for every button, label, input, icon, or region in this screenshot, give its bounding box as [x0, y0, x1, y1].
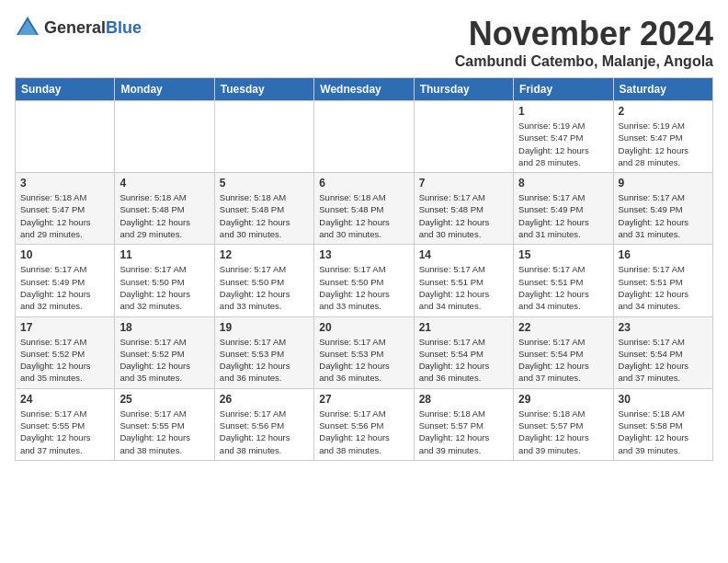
logo-text: GeneralBlue: [44, 18, 142, 38]
day-info: Sunrise: 5:17 AM Sunset: 5:53 PM Dayligh…: [220, 336, 309, 385]
weekday-header: Thursday: [414, 78, 513, 101]
day-info: Sunrise: 5:18 AM Sunset: 5:57 PM Dayligh…: [419, 408, 508, 456]
day-info: Sunrise: 5:17 AM Sunset: 5:51 PM Dayligh…: [619, 263, 708, 312]
day-number: 18: [119, 321, 209, 334]
calendar-cell: 5Sunrise: 5:18 AM Sunset: 5:48 PM Daylig…: [214, 173, 313, 245]
day-info: Sunrise: 5:17 AM Sunset: 5:52 PM Dayligh…: [119, 336, 209, 385]
logo-general: General: [44, 18, 106, 37]
logo-blue: Blue: [106, 18, 142, 37]
day-info: Sunrise: 5:17 AM Sunset: 5:51 PM Dayligh…: [518, 263, 608, 312]
weekday-header: Tuesday: [214, 78, 313, 101]
day-info: Sunrise: 5:17 AM Sunset: 5:50 PM Dayligh…: [319, 263, 408, 312]
day-info: Sunrise: 5:18 AM Sunset: 5:48 PM Dayligh…: [119, 191, 209, 240]
day-info: Sunrise: 5:17 AM Sunset: 5:49 PM Dayligh…: [518, 191, 608, 240]
location-subtitle: Cambundi Catembo, Malanje, Angola: [455, 53, 713, 70]
calendar-cell: 7Sunrise: 5:17 AM Sunset: 5:48 PM Daylig…: [414, 173, 513, 245]
day-number: 16: [619, 248, 708, 261]
day-number: 23: [619, 321, 708, 334]
calendar-cell: 13Sunrise: 5:17 AM Sunset: 5:50 PM Dayli…: [314, 245, 414, 316]
day-info: Sunrise: 5:17 AM Sunset: 5:55 PM Dayligh…: [20, 408, 109, 456]
day-info: Sunrise: 5:19 AM Sunset: 5:47 PM Dayligh…: [619, 120, 708, 168]
calendar-week-row: 1Sunrise: 5:19 AM Sunset: 5:47 PM Daylig…: [16, 101, 713, 173]
calendar-cell: 29Sunrise: 5:18 AM Sunset: 5:57 PM Dayli…: [514, 388, 613, 460]
day-number: 30: [619, 393, 708, 406]
weekday-header: Sunday: [16, 78, 115, 101]
calendar-cell: 23Sunrise: 5:17 AM Sunset: 5:54 PM Dayli…: [613, 316, 712, 388]
day-number: 19: [220, 321, 309, 334]
calendar-week-row: 3Sunrise: 5:18 AM Sunset: 5:47 PM Daylig…: [16, 173, 713, 245]
calendar-cell: 11Sunrise: 5:17 AM Sunset: 5:50 PM Dayli…: [115, 245, 214, 316]
day-info: Sunrise: 5:17 AM Sunset: 5:54 PM Dayligh…: [518, 336, 608, 385]
day-info: Sunrise: 5:17 AM Sunset: 5:49 PM Dayligh…: [619, 191, 708, 240]
day-number: 5: [220, 177, 309, 190]
calendar-cell: 28Sunrise: 5:18 AM Sunset: 5:57 PM Dayli…: [414, 388, 513, 460]
day-info: Sunrise: 5:17 AM Sunset: 5:51 PM Dayligh…: [419, 263, 508, 312]
day-info: Sunrise: 5:17 AM Sunset: 5:50 PM Dayligh…: [220, 263, 309, 312]
day-number: 17: [20, 321, 109, 334]
day-number: 14: [419, 248, 508, 261]
calendar-header-row: SundayMondayTuesdayWednesdayThursdayFrid…: [16, 78, 713, 101]
weekday-header: Wednesday: [314, 78, 414, 101]
calendar-cell: 27Sunrise: 5:17 AM Sunset: 5:56 PM Dayli…: [314, 388, 414, 460]
month-title: November 2024: [455, 15, 713, 53]
calendar-week-row: 24Sunrise: 5:17 AM Sunset: 5:55 PM Dayli…: [16, 388, 713, 460]
day-number: 28: [419, 393, 508, 406]
day-info: Sunrise: 5:18 AM Sunset: 5:47 PM Dayligh…: [20, 191, 109, 240]
weekday-header: Saturday: [613, 78, 712, 101]
calendar-cell: 14Sunrise: 5:17 AM Sunset: 5:51 PM Dayli…: [414, 245, 513, 316]
day-info: Sunrise: 5:17 AM Sunset: 5:56 PM Dayligh…: [220, 408, 309, 456]
calendar-cell: 24Sunrise: 5:17 AM Sunset: 5:55 PM Dayli…: [16, 388, 115, 460]
day-info: Sunrise: 5:17 AM Sunset: 5:50 PM Dayligh…: [119, 263, 209, 312]
calendar-cell: 25Sunrise: 5:17 AM Sunset: 5:55 PM Dayli…: [115, 388, 214, 460]
calendar-cell: 3Sunrise: 5:18 AM Sunset: 5:47 PM Daylig…: [16, 173, 115, 245]
day-info: Sunrise: 5:17 AM Sunset: 5:52 PM Dayligh…: [20, 336, 109, 385]
calendar-cell: 16Sunrise: 5:17 AM Sunset: 5:51 PM Dayli…: [613, 245, 712, 316]
page-header: GeneralBlue November 2024 Cambundi Catem…: [15, 15, 713, 70]
calendar-cell: 4Sunrise: 5:18 AM Sunset: 5:48 PM Daylig…: [115, 173, 214, 245]
day-number: 24: [20, 393, 109, 406]
day-number: 7: [419, 177, 508, 190]
day-number: 21: [419, 321, 508, 334]
day-number: 11: [119, 248, 209, 261]
day-info: Sunrise: 5:17 AM Sunset: 5:53 PM Dayligh…: [319, 336, 408, 385]
calendar-cell: 26Sunrise: 5:17 AM Sunset: 5:56 PM Dayli…: [214, 388, 313, 460]
day-number: 2: [619, 105, 708, 118]
day-number: 3: [20, 177, 109, 190]
calendar-cell: 2Sunrise: 5:19 AM Sunset: 5:47 PM Daylig…: [613, 101, 712, 173]
day-info: Sunrise: 5:17 AM Sunset: 5:54 PM Dayligh…: [619, 336, 708, 385]
day-number: 6: [319, 177, 408, 190]
day-info: Sunrise: 5:17 AM Sunset: 5:54 PM Dayligh…: [419, 336, 508, 385]
calendar-cell: [16, 101, 115, 173]
calendar-cell: [115, 101, 214, 173]
day-number: 15: [518, 248, 608, 261]
calendar-week-row: 10Sunrise: 5:17 AM Sunset: 5:49 PM Dayli…: [16, 245, 713, 316]
day-info: Sunrise: 5:17 AM Sunset: 5:55 PM Dayligh…: [119, 408, 209, 456]
day-number: 29: [518, 393, 608, 406]
day-info: Sunrise: 5:17 AM Sunset: 5:49 PM Dayligh…: [20, 263, 109, 312]
calendar-cell: 10Sunrise: 5:17 AM Sunset: 5:49 PM Dayli…: [16, 245, 115, 316]
day-info: Sunrise: 5:19 AM Sunset: 5:47 PM Dayligh…: [518, 120, 608, 168]
calendar-cell: 22Sunrise: 5:17 AM Sunset: 5:54 PM Dayli…: [514, 316, 613, 388]
day-number: 8: [518, 177, 608, 190]
calendar-cell: 17Sunrise: 5:17 AM Sunset: 5:52 PM Dayli…: [16, 316, 115, 388]
calendar-cell: 15Sunrise: 5:17 AM Sunset: 5:51 PM Dayli…: [514, 245, 613, 316]
weekday-header: Monday: [115, 78, 214, 101]
day-number: 10: [20, 248, 109, 261]
calendar-cell: 30Sunrise: 5:18 AM Sunset: 5:58 PM Dayli…: [613, 388, 712, 460]
calendar-cell: 19Sunrise: 5:17 AM Sunset: 5:53 PM Dayli…: [214, 316, 313, 388]
day-number: 9: [619, 177, 708, 190]
day-number: 12: [220, 248, 309, 261]
calendar-cell: [414, 101, 513, 173]
day-number: 27: [319, 393, 408, 406]
day-number: 20: [319, 321, 408, 334]
calendar-cell: 12Sunrise: 5:17 AM Sunset: 5:50 PM Dayli…: [214, 245, 313, 316]
calendar-cell: 21Sunrise: 5:17 AM Sunset: 5:54 PM Dayli…: [414, 316, 513, 388]
day-info: Sunrise: 5:17 AM Sunset: 5:56 PM Dayligh…: [319, 408, 408, 456]
day-number: 25: [119, 393, 209, 406]
calendar-cell: 18Sunrise: 5:17 AM Sunset: 5:52 PM Dayli…: [115, 316, 214, 388]
day-info: Sunrise: 5:17 AM Sunset: 5:48 PM Dayligh…: [419, 191, 508, 240]
calendar-cell: 1Sunrise: 5:19 AM Sunset: 5:47 PM Daylig…: [514, 101, 613, 173]
calendar-cell: 6Sunrise: 5:18 AM Sunset: 5:48 PM Daylig…: [314, 173, 414, 245]
day-number: 4: [119, 177, 209, 190]
logo: GeneralBlue: [15, 15, 142, 40]
